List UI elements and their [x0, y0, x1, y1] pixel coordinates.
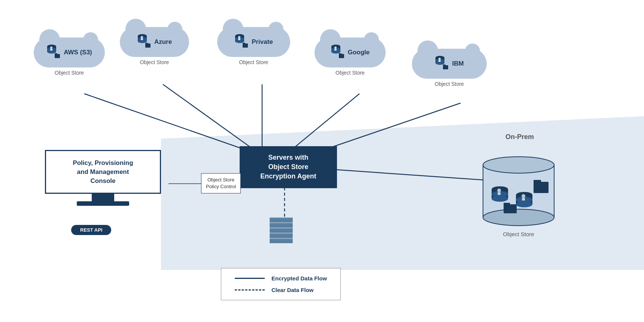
legend-item-encrypted: Encrypted Data Flow [235, 275, 327, 282]
legend-item-clear: Clear Data Flow [235, 287, 327, 293]
cloud-label-private: Private [252, 38, 273, 46]
svg-rect-64 [522, 198, 525, 201]
cloud-aws: AWS (S3) Object Store [34, 37, 105, 76]
cloud-label-ibm: IBM [452, 60, 464, 67]
cloud-subtitle-private: Object Store [239, 59, 268, 65]
cloud-label-aws: AWS (S3) [64, 49, 92, 56]
svg-point-14 [50, 46, 52, 49]
svg-point-30 [238, 36, 240, 38]
svg-rect-70 [270, 217, 292, 218]
server-rack [268, 217, 294, 247]
svg-point-63 [522, 194, 525, 198]
policy-control-box: Object Store Policy Control [201, 173, 241, 193]
svg-rect-41 [339, 53, 341, 55]
management-console: Policy, Provisioningand ManagementConsol… [45, 150, 161, 206]
monitor-display: Policy, Provisioningand ManagementConsol… [45, 150, 161, 194]
cloud-subtitle-aws: Object Store [55, 70, 84, 76]
cloud-label-azure: Azure [154, 38, 172, 46]
svg-rect-68 [504, 203, 510, 206]
server-rack-svg [268, 217, 294, 247]
svg-line-2 [163, 84, 262, 156]
cylinder-svg [476, 154, 562, 229]
svg-rect-49 [443, 64, 446, 66]
svg-line-6 [322, 169, 483, 180]
console-label: Policy, Provisioningand ManagementConsol… [73, 159, 133, 184]
svg-rect-47 [438, 60, 441, 62]
svg-rect-76 [270, 233, 292, 234]
onprem-object-store: Object Store [476, 154, 562, 237]
monitor-base [77, 201, 129, 206]
db-icon-ibm [435, 55, 449, 72]
onprem-store-label: Object Store [503, 231, 534, 237]
db-icon-google [331, 44, 345, 61]
onprem-label: On-Prem [505, 133, 534, 141]
svg-rect-39 [334, 49, 337, 51]
svg-point-57 [497, 189, 501, 192]
svg-rect-66 [534, 180, 541, 184]
legend-dashed-line [235, 289, 265, 291]
cloud-azure: Azure Object Store [120, 27, 189, 65]
svg-point-46 [438, 58, 441, 60]
cloud-ibm: IBM Object Store [412, 49, 487, 87]
cloud-subtitle-google: Object Store [335, 70, 365, 76]
legend-box: Encrypted Data Flow Clear Data Flow [221, 268, 341, 300]
svg-rect-74 [270, 228, 292, 229]
cloud-google: Google Object Store [315, 37, 386, 76]
monitor-stand [92, 194, 114, 201]
rest-api-badge: REST API [71, 225, 111, 235]
cloud-private: Private Object Store [217, 27, 290, 65]
central-encryption-box: Servers with Object Store Encryption Age… [240, 146, 337, 188]
legend-label-encrypted: Encrypted Data Flow [271, 275, 327, 282]
db-icon-private [234, 34, 249, 50]
legend-label-clear: Clear Data Flow [271, 287, 314, 293]
svg-rect-31 [238, 38, 240, 40]
svg-rect-15 [50, 49, 52, 51]
svg-point-52 [483, 209, 554, 226]
svg-point-22 [141, 36, 143, 38]
svg-point-38 [334, 46, 337, 49]
legend-solid-line [235, 278, 265, 279]
svg-rect-23 [141, 38, 143, 40]
svg-rect-17 [55, 53, 57, 55]
svg-rect-25 [145, 43, 148, 44]
svg-line-1 [84, 94, 262, 156]
svg-rect-58 [498, 192, 501, 195]
svg-rect-72 [270, 223, 292, 223]
svg-point-51 [483, 157, 554, 173]
svg-rect-78 [270, 238, 292, 239]
db-icon-azure [137, 34, 151, 50]
svg-rect-33 [243, 43, 245, 44]
db-icon-aws [46, 44, 61, 61]
cloud-subtitle-azure: Object Store [140, 59, 169, 65]
cloud-label-google: Google [348, 49, 370, 56]
cloud-subtitle-ibm: Object Store [435, 81, 464, 87]
